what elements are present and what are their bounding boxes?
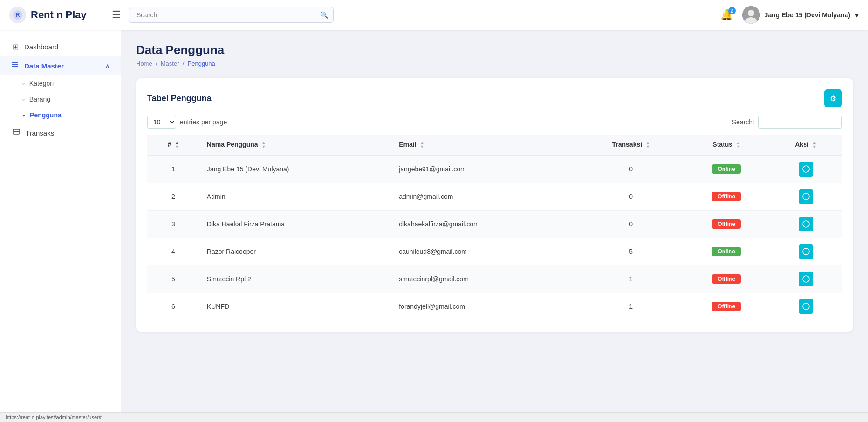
sort-icon[interactable]: ▲▼: [420, 141, 424, 149]
cell-status: Online: [683, 155, 770, 183]
cell-aksi: i: [770, 293, 842, 320]
status-badge: Online: [712, 247, 740, 256]
svg-rect-5: [12, 62, 18, 63]
svg-rect-6: [12, 64, 18, 65]
url-text: https://rent-n-play.test/admin/master/us…: [6, 415, 102, 420]
sort-icon[interactable]: ▲▼: [646, 141, 650, 149]
col-number: # ▲ ▼: [147, 135, 199, 155]
info-button[interactable]: i: [799, 244, 813, 259]
cell-email: smatecinrpl@gmail.com: [391, 265, 579, 293]
table-title: Tabel Pengguna: [147, 94, 212, 103]
sidebar-sub-menu: ○ Kategori ○ Barang ● Pengguna: [0, 75, 121, 123]
topnav: R Rent n Play ☰ 🔍 🔔 2 Jang Ebe 15 (Devi …: [0, 0, 868, 30]
search-bar: 🔍: [129, 7, 334, 23]
cell-status: Offline: [683, 293, 770, 320]
chevron-up-icon: ∧: [105, 63, 109, 69]
notification-button[interactable]: 🔔 2: [720, 9, 733, 21]
col-aksi: Aksi ▲▼: [770, 135, 842, 155]
dot-icon: ○: [22, 82, 25, 86]
cell-email: jangebe91@gmail.com: [391, 155, 579, 183]
sidebar-item-label: Transaksi: [26, 129, 55, 137]
table-row: 2 Admin admin@gmail.com 0 Offline i: [147, 183, 842, 211]
info-button[interactable]: i: [799, 299, 813, 314]
brand-name: Rent n Play: [31, 9, 87, 21]
sidebar-item-barang[interactable]: ○ Barang: [0, 91, 121, 107]
table-action-button[interactable]: ⚙: [824, 89, 842, 107]
page-title: Data Pengguna: [136, 43, 853, 57]
cell-transaksi: 0: [579, 155, 683, 183]
cell-number: 4: [147, 238, 199, 265]
sidebar-item-kategori[interactable]: ○ Kategori: [0, 75, 121, 91]
breadcrumb-master[interactable]: Master: [161, 60, 179, 67]
table-header-row-cols: # ▲ ▼ Nama Pengguna ▲▼ Email ▲: [147, 135, 842, 155]
table-row: 4 Razor Raicooper cauhileud8@gmail.com 5…: [147, 238, 842, 265]
content: Data Pengguna Home / Master / Pengguna T…: [121, 30, 868, 412]
table-head: # ▲ ▼ Nama Pengguna ▲▼ Email ▲: [147, 135, 842, 155]
info-button[interactable]: i: [799, 162, 813, 177]
svg-rect-7: [12, 66, 18, 67]
transaksi-icon: [13, 128, 20, 137]
breadcrumb-home[interactable]: Home: [136, 60, 152, 67]
cell-nama: Admin: [199, 183, 391, 211]
info-button[interactable]: i: [799, 189, 813, 204]
dot-icon: ○: [22, 97, 25, 102]
sidebar-sub-item-label: Barang: [29, 95, 50, 103]
col-status: Status ▲▼: [683, 135, 770, 155]
cell-transaksi: 0: [579, 211, 683, 238]
cell-status: Offline: [683, 183, 770, 211]
cell-aksi: i: [770, 211, 842, 238]
sort-icon[interactable]: ▲▼: [261, 141, 266, 149]
sort-icon[interactable]: ▲▼: [736, 141, 740, 149]
sidebar-item-label: Data Master: [24, 62, 64, 70]
cell-nama: Smatecin Rpl 2: [199, 265, 391, 293]
table-row: 3 Dika Haekal Firza Pratama dikahaekalfi…: [147, 211, 842, 238]
sidebar-item-data-master[interactable]: Data Master ∧: [0, 56, 121, 75]
entries-per-page-select[interactable]: 10 25 50 100: [147, 116, 176, 129]
svg-text:i: i: [805, 195, 806, 199]
brand: R Rent n Play: [9, 7, 112, 23]
info-button[interactable]: i: [799, 217, 813, 231]
cell-number: 5: [147, 265, 199, 293]
sort-icon[interactable]: ▲▼: [813, 141, 817, 149]
sidebar-sub-item-label: Pengguna: [30, 111, 62, 119]
table-body: 1 Jang Ebe 15 (Devi Mulyana) jangebe91@g…: [147, 155, 842, 320]
svg-rect-9: [13, 131, 20, 132]
sidebar-item-dashboard[interactable]: ⊞ Dashboard: [0, 37, 121, 56]
data-table: # ▲ ▼ Nama Pengguna ▲▼ Email ▲: [147, 135, 842, 320]
cell-nama: Jang Ebe 15 (Devi Mulyana): [199, 155, 391, 183]
cell-email: forandyjell@gmail.com: [391, 293, 579, 320]
sidebar-item-label: Dashboard: [24, 43, 58, 51]
cell-email: cauhileud8@gmail.com: [391, 238, 579, 265]
svg-text:i: i: [805, 222, 806, 227]
sidebar-item-pengguna[interactable]: ● Pengguna: [0, 107, 121, 123]
sidebar-item-transaksi[interactable]: Transaksi: [0, 123, 121, 143]
info-button[interactable]: i: [799, 272, 813, 286]
cell-nama: Razor Raicooper: [199, 238, 391, 265]
hamburger-menu[interactable]: ☰: [112, 9, 121, 21]
breadcrumb: Home / Master / Pengguna: [136, 60, 853, 67]
cell-status: Offline: [683, 211, 770, 238]
status-badge: Offline: [712, 192, 741, 201]
search-input[interactable]: [129, 7, 334, 23]
svg-point-3: [748, 10, 754, 16]
svg-text:R: R: [16, 12, 20, 18]
user-menu[interactable]: Jang Ebe 15 (Devi Mulyana) ▾: [742, 6, 859, 24]
cell-aksi: i: [770, 155, 842, 183]
col-email: Email ▲▼: [391, 135, 579, 155]
dot-filled-icon: ●: [22, 113, 25, 118]
cell-email: admin@gmail.com: [391, 183, 579, 211]
cell-transaksi: 1: [579, 265, 683, 293]
table-card: Tabel Pengguna ⚙ 10 25 50 100 entries pe…: [136, 78, 853, 332]
status-badge: Offline: [712, 219, 741, 229]
sidebar-sub-item-label: Kategori: [29, 80, 54, 87]
cell-email: dikahaekalfirza@gmail.com: [391, 211, 579, 238]
table-search-input[interactable]: [758, 116, 842, 129]
svg-text:i: i: [805, 305, 806, 309]
entries-control: 10 25 50 100 entries per page: [147, 116, 227, 129]
url-bar: https://rent-n-play.test/admin/master/us…: [0, 412, 868, 422]
cell-number: 1: [147, 155, 199, 183]
sort-icon[interactable]: ▲ ▼: [175, 141, 179, 149]
table-row: 5 Smatecin Rpl 2 smatecinrpl@gmail.com 1…: [147, 265, 842, 293]
status-badge: Offline: [712, 302, 741, 311]
cell-status: Online: [683, 238, 770, 265]
